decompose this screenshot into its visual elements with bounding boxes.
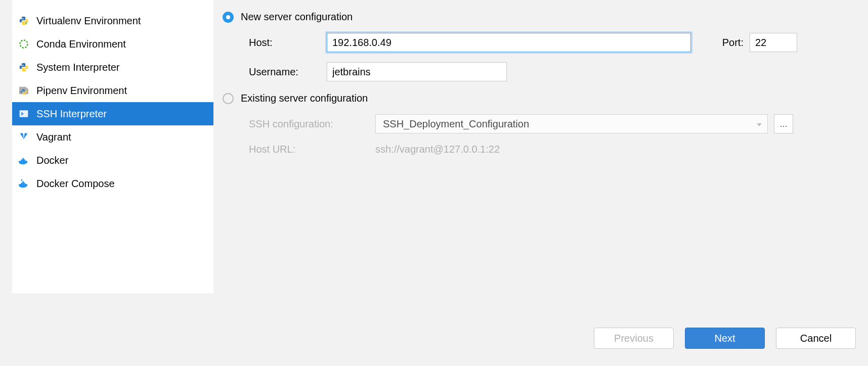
conda-icon xyxy=(18,38,29,50)
username-input[interactable] xyxy=(327,62,507,81)
radio-existing-server-label: Existing server configuration xyxy=(241,93,368,104)
sidebar-item-label: Conda Environment xyxy=(36,38,126,50)
radio-new-server-label: New server configuration xyxy=(241,11,353,23)
previous-button[interactable]: Previous xyxy=(594,328,674,349)
radio-existing-server-row: Existing server configuration xyxy=(223,93,856,104)
sidebar-item-label: Docker xyxy=(36,155,68,166)
username-label: Username: xyxy=(249,66,327,78)
port-input[interactable] xyxy=(750,33,797,52)
sidebar-item-pipenv[interactable]: Pipenv Environment xyxy=(12,79,213,102)
cancel-button[interactable]: Cancel xyxy=(776,328,856,349)
sidebar-item-docker-compose[interactable]: Docker Compose xyxy=(12,172,213,195)
sidebar-item-docker[interactable]: Docker xyxy=(12,149,213,172)
radio-new-server-row: New server configuration xyxy=(223,11,856,23)
port-label: Port: xyxy=(722,37,744,49)
sidebar-item-label: SSH Interpreter xyxy=(36,108,107,120)
radio-new-server[interactable] xyxy=(223,12,234,23)
next-button[interactable]: Next xyxy=(685,328,765,349)
docker-icon xyxy=(18,155,29,166)
main-panel: New server configuration Host: Port: Use… xyxy=(213,0,868,366)
interpreter-type-sidebar: V Virtualenv Environment Conda Environme… xyxy=(12,0,213,293)
docker-compose-icon xyxy=(18,178,29,189)
sidebar-item-label: Docker Compose xyxy=(36,178,115,190)
host-url-value: ssh://vagrant@127.0.0.1:22 xyxy=(375,144,500,155)
host-url-label: Host URL: xyxy=(249,144,375,155)
sidebar-item-label: Virtualenv Environment xyxy=(36,15,141,27)
sidebar-item-label: Vagrant xyxy=(36,131,71,143)
sidebar-item-label: Pipenv Environment xyxy=(36,85,127,97)
ssh-config-browse-button[interactable]: ... xyxy=(774,114,793,133)
svg-rect-2 xyxy=(20,110,28,117)
sidebar-item-ssh[interactable]: SSH Interpreter xyxy=(12,102,213,125)
host-label: Host: xyxy=(249,37,327,49)
host-input[interactable] xyxy=(327,33,691,52)
sidebar-item-label: System Interpreter xyxy=(36,62,120,73)
sidebar-item-system[interactable]: System Interpreter xyxy=(12,56,213,79)
sidebar-item-virtualenv[interactable]: V Virtualenv Environment xyxy=(12,9,213,32)
footer-buttons: Previous Next Cancel xyxy=(594,328,856,349)
radio-existing-server[interactable] xyxy=(223,93,234,104)
python-icon: V xyxy=(18,15,29,26)
ssh-config-label: SSH configuration: xyxy=(249,118,375,130)
svg-text:V: V xyxy=(25,21,28,25)
svg-rect-3 xyxy=(21,179,23,181)
sidebar-item-vagrant[interactable]: Vagrant xyxy=(12,125,213,149)
pipenv-icon xyxy=(18,85,29,96)
ssh-config-select[interactable]: SSH_Deployment_Configuration xyxy=(375,114,768,133)
sidebar-item-conda[interactable]: Conda Environment xyxy=(12,32,213,56)
terminal-icon xyxy=(18,108,29,119)
svg-point-1 xyxy=(20,40,28,48)
vagrant-icon xyxy=(18,131,29,143)
python-icon xyxy=(18,62,29,73)
